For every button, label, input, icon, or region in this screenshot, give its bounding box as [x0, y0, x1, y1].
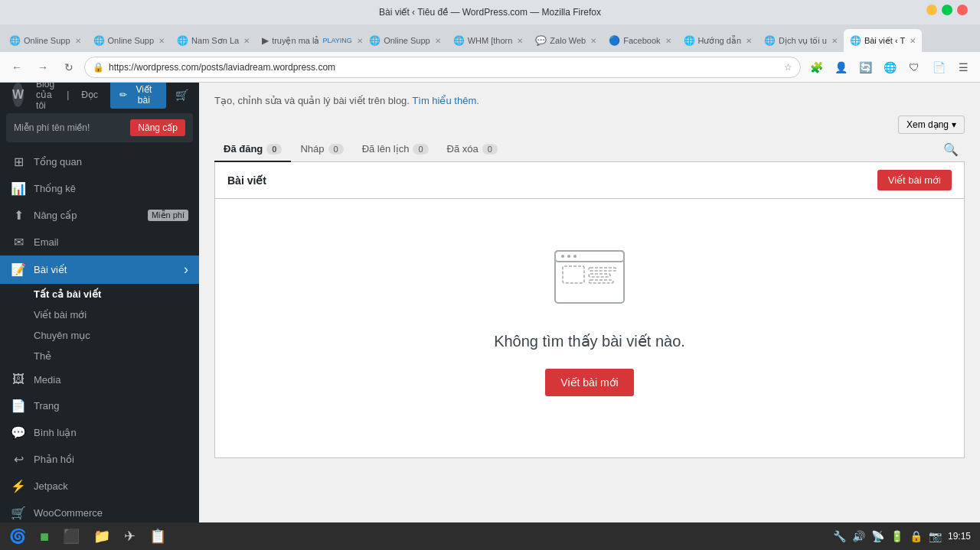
star-icon[interactable]: ☆: [784, 62, 792, 73]
empty-state-svg: [547, 245, 632, 314]
tab-da-xoa[interactable]: Đã xóa 0: [438, 137, 507, 162]
tab-da-dang[interactable]: Đã đăng 0: [214, 137, 291, 162]
browser-tab[interactable]: 🌐 Online Supp ✕: [87, 29, 172, 52]
search-posts-button[interactable]: 🔍: [937, 139, 965, 160]
sidebar-sub-item-chuyen-muc[interactable]: Chuyên mục: [0, 325, 199, 346]
sub-item-label: Thẻ: [34, 350, 51, 362]
browser-tab[interactable]: 🌐 WHM [thorn ✕: [447, 29, 530, 52]
taskbar-item-notes[interactable]: 📋: [143, 525, 172, 548]
minimize-btn[interactable]: [926, 5, 937, 15]
sidebar-item-nang-cap[interactable]: ⬆ Nâng cấp Miễn phí: [0, 202, 199, 229]
sidebar-item-trang[interactable]: 📄 Trang: [0, 392, 199, 419]
browser-tab[interactable]: 🌐 Online Supp ✕: [363, 29, 447, 52]
profile-button[interactable]: 👤: [830, 57, 851, 78]
titlebar-text: Bài viết ‹ Tiêu đề — WordPress.com — Moz…: [379, 7, 601, 18]
maximize-btn[interactable]: [942, 5, 952, 15]
cart-icon[interactable]: 🛒: [172, 84, 191, 106]
sidebar-sub-item-the[interactable]: Thẻ: [0, 346, 199, 366]
files-icon: ■: [40, 528, 49, 545]
menu-button[interactable]: ☰: [952, 57, 974, 78]
learn-more-link[interactable]: Tìm hiểu thêm.: [412, 95, 479, 106]
toolbar-icons: 🧩 👤 🔄 🌐 🛡 📄 ☰: [805, 57, 974, 78]
info-text: Tạo, chỉnh sửa và quản lý bài viết trên …: [214, 95, 410, 106]
tab-close-icon[interactable]: ✕: [435, 37, 441, 45]
separator: |: [67, 89, 69, 100]
sidebar-item-jetpack[interactable]: ⚡ Jetpack: [0, 473, 199, 500]
browser-tab-facebook[interactable]: 🔵 Facebook ✕: [603, 29, 677, 52]
woocommerce-icon: 🛒: [11, 506, 26, 520]
taskbar-item-telegram[interactable]: ✈: [118, 525, 142, 548]
sidebar-sub-item-viet-bai-moi[interactable]: Viết bài mới: [0, 304, 199, 325]
browser-tab-active[interactable]: 🌐 Bài viết ‹ T ✕: [844, 29, 922, 52]
tab-close-icon[interactable]: ✕: [910, 37, 916, 45]
read-link[interactable]: Đọc: [81, 89, 98, 100]
sidebar-item-thong-ke[interactable]: 📊 Thống kê: [0, 175, 199, 202]
browser-tab[interactable]: ▶ truyện ma lả PLAYING ✕: [256, 29, 363, 52]
taskbar-item-manjaro[interactable]: 🌀: [3, 525, 32, 548]
tab-close-icon[interactable]: ✕: [517, 37, 523, 45]
browser-tab[interactable]: 💬 Zalo Web ✕: [529, 29, 603, 52]
tab-icon: 🌐: [764, 35, 776, 46]
sidebar-sub-item-tat-ca[interactable]: Tất cả bài viết: [0, 284, 199, 304]
chart-icon: 📊: [11, 181, 26, 196]
blog-name[interactable]: Blog của tôi: [36, 83, 54, 111]
system-tray-icon1: 🔧: [833, 530, 846, 542]
forward-button[interactable]: →: [32, 57, 54, 78]
terminal-icon: ⬛: [63, 528, 80, 545]
tab-close-icon[interactable]: ✕: [665, 37, 671, 45]
refresh-button[interactable]: ↻: [58, 57, 80, 78]
tab-close-icon[interactable]: ✕: [357, 37, 363, 45]
screenshot-icon: 📷: [929, 530, 942, 542]
tab-da-len-lich[interactable]: Đã lên lịch 0: [353, 137, 438, 162]
upgrade-button[interactable]: Nâng cấp: [130, 119, 185, 136]
browser-tab[interactable]: 🌐 Hướng dẫn ✕: [678, 29, 758, 52]
tab-close-icon[interactable]: ✕: [243, 37, 250, 45]
browser-tab[interactable]: 🌐 Dịch vụ tối u ✕: [758, 29, 844, 52]
back-button[interactable]: ←: [6, 57, 28, 78]
tab-nhap[interactable]: Nháp 0: [291, 137, 352, 162]
vpn-button[interactable]: 🛡: [903, 57, 925, 78]
wp-logo[interactable]: W: [12, 83, 24, 107]
pdf-button[interactable]: 📄: [928, 57, 949, 78]
sidebar-item-label: Thống kê: [34, 183, 76, 194]
svg-point-4: [573, 255, 577, 258]
address-bar[interactable]: 🔒 https://wordpress.com/posts/laviadream…: [84, 57, 801, 78]
upgrade-text: Miễn phí tên miền!: [14, 122, 90, 133]
sidebar-item-media[interactable]: 🖼 Media: [0, 366, 199, 392]
svg-rect-6: [589, 268, 616, 271]
posts-table-header: Bài viết Viết bài mới: [215, 162, 964, 199]
tab-close-icon[interactable]: ✕: [590, 37, 596, 45]
write-new-post-center-btn[interactable]: Viết bài mới: [545, 369, 633, 396]
sidebar-item-email[interactable]: ✉ Email: [0, 229, 199, 255]
svg-rect-8: [589, 280, 613, 283]
tab-close-icon[interactable]: ✕: [158, 37, 165, 45]
tab-close-icon[interactable]: ✕: [746, 37, 752, 45]
extensions-button[interactable]: 🧩: [805, 57, 827, 78]
globe-button[interactable]: 🌐: [879, 57, 900, 78]
tab-label: Facebook: [623, 36, 660, 45]
sidebar-item-bai-viet[interactable]: 📝 Bài viết ›: [0, 255, 199, 284]
sidebar-item-tong-quan[interactable]: ⊞ Tổng quan: [0, 148, 199, 175]
close-btn[interactable]: [957, 5, 968, 15]
sidebar-item-phan-hoi[interactable]: ↩ Phản hồi: [0, 446, 199, 473]
sidebar-item-binh-luan[interactable]: 💬 Bình luận: [0, 419, 199, 446]
upgrade-icon: ⬆: [11, 208, 26, 223]
tab-count: 0: [328, 144, 344, 155]
write-post-topbar-btn[interactable]: ✏ Viết bài: [110, 83, 166, 109]
taskbar-item-files[interactable]: ■: [34, 525, 55, 548]
tab-icon: 🌐: [850, 35, 861, 46]
taskbar-item-terminal[interactable]: ⬛: [57, 525, 86, 548]
taskbar-item-folder[interactable]: 📁: [87, 525, 116, 548]
tab-close-icon[interactable]: ✕: [75, 37, 81, 45]
write-new-post-btn[interactable]: Viết bài mới: [877, 170, 952, 190]
view-toggle-btn[interactable]: Xem dạng ▾: [898, 116, 965, 134]
tab-label: Nháp: [300, 143, 324, 155]
tab-label: Nam Sơn La: [191, 36, 239, 46]
browser-tab[interactable]: 🌐 Online Supp ✕: [3, 29, 87, 52]
facebook-icon: 🔵: [609, 35, 620, 46]
address-text: https://wordpress.com/posts/laviadream.w…: [109, 62, 335, 73]
browser-tab[interactable]: 🌐 Nam Sơn La ✕: [171, 29, 256, 52]
tab-close-icon[interactable]: ✕: [831, 37, 838, 45]
posts-tabs: Đã đăng 0 Nháp 0 Đã lên lịch 0 Đã xóa 0 …: [214, 137, 965, 162]
sync-button[interactable]: 🔄: [854, 57, 876, 78]
